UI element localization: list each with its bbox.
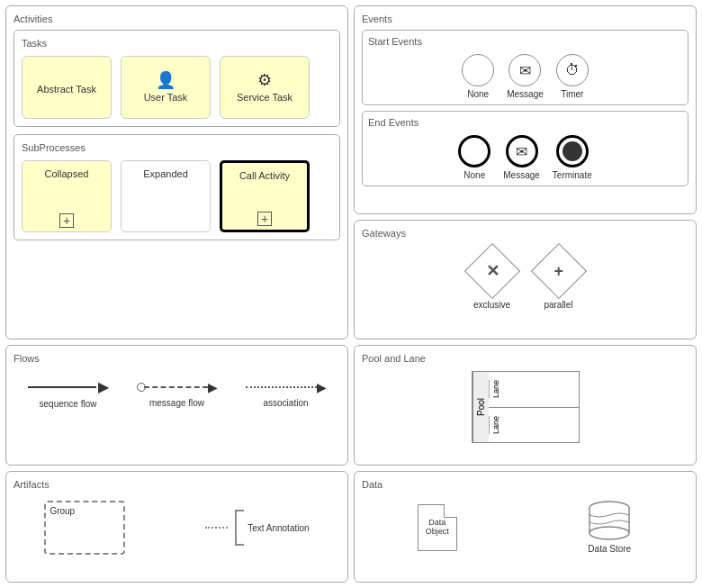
end-none-label: None (464, 170, 485, 180)
end-terminate-event[interactable]: Terminate (553, 135, 592, 180)
subprocesses-title: SubProcesses (22, 142, 332, 153)
start-message-circle: ✉ (508, 54, 541, 86)
activities-title: Activities (14, 14, 340, 24)
end-message-circle: ✉ (506, 135, 538, 167)
start-message-icon: ✉ (519, 62, 531, 79)
service-task-icon: ⚙ (257, 72, 272, 88)
start-timer-circle: ⏱ (556, 54, 589, 86)
subprocesses-subpanel: SubProcesses Collapsed + Expanded Call A… (14, 134, 340, 240)
start-none-label: None (467, 89, 489, 99)
annotation-bracket-icon (235, 510, 244, 546)
call-activity-plus-icon: + (257, 212, 272, 226)
association-label: association (263, 398, 308, 408)
start-events-subpanel: Start Events None ✉ Message ⏱ Timer (362, 30, 688, 105)
message-flow-item: ▶ message flow (137, 380, 218, 408)
artifacts-title: Artifacts (14, 479, 340, 490)
data-store-svg (586, 501, 633, 540)
pool-label: Pool (472, 372, 489, 442)
parallel-diamond: + (530, 243, 586, 299)
end-message-icon: ✉ (516, 143, 527, 160)
data-object-item[interactable]: DataObject (418, 504, 457, 551)
call-activity-subprocess[interactable]: Call Activity + (220, 160, 310, 232)
end-terminate-label: Terminate (553, 170, 592, 180)
gateways-row: ✕ exclusive + parallel (362, 244, 688, 317)
lane-1: Lane (489, 372, 579, 408)
abstract-task[interactable]: Abstract Task (22, 56, 112, 119)
parallel-icon: + (554, 261, 563, 280)
parallel-gateway[interactable]: + parallel (539, 251, 579, 310)
message-flow-arrow: ▶ (208, 380, 218, 394)
data-object-label: DataObject (418, 518, 456, 538)
svg-point-4 (590, 527, 629, 539)
text-annotation-label: Text Annotation (248, 523, 309, 533)
flows-panel: Flows ▶ sequence flow ▶ message flow (5, 345, 348, 466)
data-object-shape: DataObject (418, 504, 457, 551)
data-row: DataObject Data Store (362, 495, 688, 559)
data-store-shape (586, 501, 633, 540)
end-none-event[interactable]: None (458, 135, 490, 180)
user-task[interactable]: 👤 User Task (121, 56, 211, 119)
tasks-row: Abstract Task 👤 User Task ⚙ Service Task (22, 56, 332, 119)
message-flow-label: message flow (149, 398, 204, 408)
sequence-flow-item: ▶ sequence flow (28, 378, 109, 409)
pool-lane-panel: Pool and Lane Pool Lane Lane (354, 345, 697, 466)
association-line: ▶ (246, 380, 327, 394)
service-task-label: Service Task (237, 92, 292, 103)
user-task-icon: 👤 (156, 72, 176, 88)
start-events-row: None ✉ Message ⏱ Timer (368, 54, 682, 99)
text-annotation-artifact[interactable]: Text Annotation (205, 510, 309, 546)
service-task[interactable]: ⚙ Service Task (220, 56, 310, 119)
lane-2: Lane (489, 408, 579, 443)
start-timer-icon: ⏱ (565, 62, 580, 78)
collapsed-subprocess[interactable]: Collapsed + (22, 160, 112, 232)
end-events-row: None ✉ Message Terminate (368, 135, 682, 180)
end-message-event[interactable]: ✉ Message (503, 135, 540, 180)
events-title: Events (362, 14, 688, 24)
annotation-dotted-line (205, 527, 228, 529)
events-panel: Events Start Events None ✉ Message ⏱ (354, 5, 697, 214)
lane-2-label: Lane (489, 416, 502, 434)
activities-panel: Activities Tasks Abstract Task 👤 User Ta… (5, 5, 348, 339)
lanes-column: Lane Lane (489, 372, 579, 442)
association-arrow: ▶ (317, 380, 327, 394)
message-flow-line: ▶ (137, 380, 218, 394)
call-activity-label: Call Activity (239, 170, 290, 181)
start-events-title: Start Events (368, 36, 682, 47)
gateways-panel: Gateways ✕ exclusive + parallel (354, 220, 697, 339)
start-timer-event[interactable]: ⏱ Timer (556, 54, 589, 99)
tasks-subpanel: Tasks Abstract Task 👤 User Task ⚙ Servic… (14, 30, 340, 127)
parallel-label: parallel (544, 300, 572, 310)
start-message-label: Message (507, 89, 544, 99)
abstract-task-label: Abstract Task (37, 84, 96, 95)
exclusive-label: exclusive (473, 300, 510, 310)
start-none-circle (462, 54, 494, 86)
data-store-item[interactable]: Data Store (586, 501, 633, 554)
sequence-arrow: ▶ (98, 378, 109, 395)
pool-lane-title: Pool and Lane (362, 353, 688, 364)
sequence-flow-label: sequence flow (40, 399, 97, 409)
exclusive-icon: ✕ (485, 261, 499, 281)
terminate-fill (562, 141, 582, 161)
annotation-bracket-group: Text Annotation (235, 510, 309, 546)
start-none-event[interactable]: None (462, 54, 494, 99)
group-artifact[interactable]: Group (44, 501, 125, 555)
artifacts-panel: Artifacts Group Text Annotation (5, 471, 348, 583)
exclusive-diamond: ✕ (464, 243, 519, 299)
association-dotted (246, 386, 317, 388)
user-task-label: User Task (144, 92, 188, 103)
exclusive-gateway[interactable]: ✕ exclusive (472, 251, 512, 310)
collapsed-plus-icon: + (59, 213, 74, 228)
subproc-row: Collapsed + Expanded Call Activity + (22, 160, 332, 232)
group-label: Group (50, 506, 75, 516)
data-title: Data (362, 479, 688, 490)
start-message-event[interactable]: ✉ Message (507, 54, 544, 99)
gateways-title: Gateways (362, 228, 688, 239)
tasks-title: Tasks (22, 38, 332, 49)
sequence-flow-line: ▶ (28, 378, 109, 395)
end-message-label: Message (503, 170, 540, 180)
main-grid: Activities Tasks Abstract Task 👤 User Ta… (0, 0, 702, 588)
message-dashed-line (144, 386, 208, 388)
collapsed-label: Collapsed (45, 168, 89, 179)
flows-title: Flows (14, 353, 340, 364)
expanded-subprocess[interactable]: Expanded (121, 160, 211, 232)
